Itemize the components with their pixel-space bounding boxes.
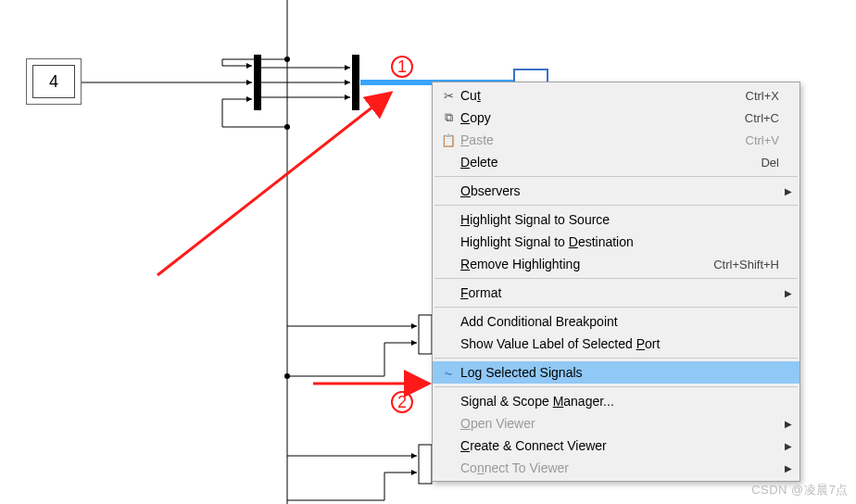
submenu-arrow-icon: ▶ bbox=[779, 441, 792, 451]
copy-icon: ⧉ bbox=[436, 110, 460, 125]
menu-create-connect-viewer[interactable]: Create & Connect Viewer ▶ bbox=[433, 435, 799, 457]
log-signal-icon: ⏦ bbox=[436, 366, 460, 380]
menu-open-viewer-label: Open Viewer bbox=[460, 416, 768, 431]
mux-block-2[interactable] bbox=[352, 55, 359, 110]
submenu-arrow-icon: ▶ bbox=[779, 186, 792, 196]
annotation-marker-1: 1 bbox=[391, 54, 413, 78]
menu-add-breakpoint[interactable]: Add Conditional Breakpoint bbox=[433, 310, 799, 333]
menu-delete-shortcut: Del bbox=[749, 156, 779, 170]
svg-point-4 bbox=[284, 373, 290, 379]
menu-separator bbox=[434, 386, 798, 387]
submenu-arrow-icon: ▶ bbox=[779, 419, 792, 429]
menu-observers[interactable]: Observers ▶ bbox=[433, 180, 799, 202]
constant-block-value: 4 bbox=[32, 65, 75, 98]
menu-separator bbox=[434, 278, 798, 279]
menu-separator bbox=[434, 307, 798, 308]
menu-connect-to-viewer-label: Connect To Viewer bbox=[460, 460, 768, 475]
svg-rect-8 bbox=[419, 315, 432, 354]
menu-copy-shortcut: Ctrl+C bbox=[734, 111, 779, 125]
mux-block-1[interactable] bbox=[254, 55, 261, 110]
menu-highlight-source[interactable]: Highlight Signal to Source bbox=[433, 208, 799, 231]
scope-block-partial bbox=[513, 69, 548, 82]
menu-delete[interactable]: Delete Del bbox=[433, 151, 799, 173]
menu-create-connect-viewer-label: Create & Connect Viewer bbox=[460, 438, 768, 453]
menu-highlight-destination[interactable]: Highlight Signal to Destination bbox=[433, 231, 799, 253]
diagram-canvas[interactable]: 4 1 2 ✂ Cut Ctrl+X ⧉ Copy Ctrl+C 📋 Paste… bbox=[0, 0, 856, 504]
menu-highlight-destination-label: Highlight Signal to Destination bbox=[460, 234, 768, 249]
menu-log-selected-signals[interactable]: ⏦ Log Selected Signals bbox=[433, 361, 799, 384]
menu-cut-shortcut: Ctrl+X bbox=[735, 89, 779, 103]
watermark-text: CSDN @凌晨7点 bbox=[751, 482, 849, 498]
menu-delete-label: Delete bbox=[460, 155, 749, 170]
menu-highlight-source-label: Highlight Signal to Source bbox=[460, 212, 768, 227]
menu-format[interactable]: Format ▶ bbox=[433, 282, 799, 304]
menu-copy[interactable]: ⧉ Copy Ctrl+C bbox=[433, 107, 799, 129]
menu-paste: 📋 Paste Ctrl+V bbox=[433, 129, 799, 151]
menu-remove-highlighting-label: Remove Highlighting bbox=[460, 257, 702, 271]
svg-line-10 bbox=[157, 93, 391, 275]
menu-signal-scope-manager-label: Signal & Scope Manager... bbox=[460, 394, 768, 409]
menu-open-viewer: Open Viewer ▶ bbox=[433, 412, 799, 435]
menu-log-selected-signals-label: Log Selected Signals bbox=[460, 365, 768, 380]
submenu-arrow-icon: ▶ bbox=[779, 463, 792, 473]
menu-remove-highlighting[interactable]: Remove Highlighting Ctrl+Shift+H bbox=[433, 253, 799, 275]
svg-rect-9 bbox=[419, 445, 432, 484]
menu-observers-label: Observers bbox=[460, 183, 768, 198]
menu-paste-shortcut: Ctrl+V bbox=[735, 133, 779, 147]
constant-block[interactable]: 4 bbox=[26, 58, 82, 105]
menu-copy-label: Copy bbox=[460, 110, 734, 125]
annotation-marker-2: 2 bbox=[391, 389, 413, 413]
menu-separator bbox=[434, 358, 798, 359]
paste-icon: 📋 bbox=[436, 133, 460, 147]
menu-format-label: Format bbox=[460, 285, 768, 300]
menu-separator bbox=[434, 205, 798, 206]
menu-add-breakpoint-label: Add Conditional Breakpoint bbox=[460, 314, 768, 329]
menu-remove-highlighting-shortcut: Ctrl+Shift+H bbox=[702, 258, 779, 271]
menu-signal-scope-manager[interactable]: Signal & Scope Manager... bbox=[433, 390, 799, 412]
menu-separator bbox=[434, 176, 798, 177]
menu-show-value-label-label: Show Value Label of Selected Port bbox=[460, 336, 768, 351]
menu-cut-label: Cut bbox=[460, 88, 735, 103]
svg-point-3 bbox=[284, 124, 290, 130]
menu-cut[interactable]: ✂ Cut Ctrl+X bbox=[433, 84, 799, 107]
menu-paste-label: Paste bbox=[460, 132, 735, 147]
context-menu: ✂ Cut Ctrl+X ⧉ Copy Ctrl+C 📋 Paste Ctrl+… bbox=[432, 82, 800, 482]
submenu-arrow-icon: ▶ bbox=[779, 288, 792, 298]
menu-show-value-label[interactable]: Show Value Label of Selected Port bbox=[433, 333, 799, 355]
svg-point-2 bbox=[284, 57, 290, 62]
menu-connect-to-viewer: Connect To Viewer ▶ bbox=[433, 457, 799, 479]
cut-icon: ✂ bbox=[436, 89, 460, 103]
